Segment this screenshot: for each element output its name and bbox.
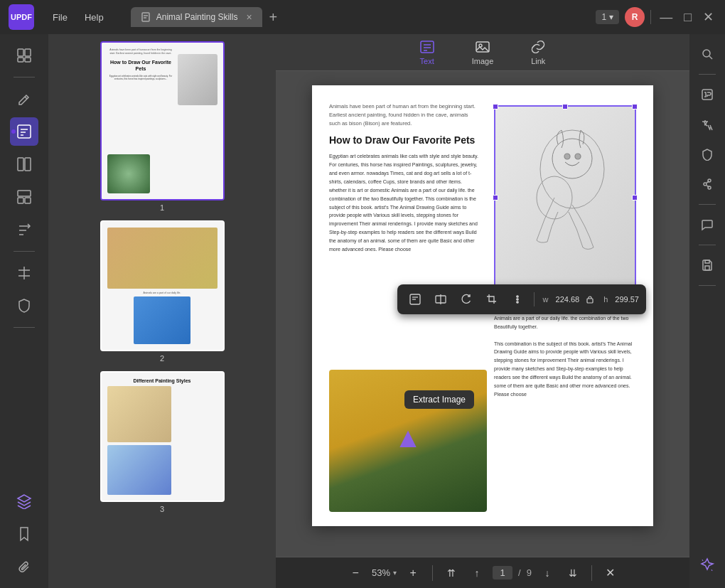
img-toolbar-rotate[interactable] bbox=[456, 289, 477, 310]
page-first-button[interactable]: ⇈ bbox=[441, 563, 461, 583]
current-page-input[interactable] bbox=[493, 566, 512, 579]
svg-rect-42 bbox=[705, 266, 709, 270]
page-prev-button[interactable]: ↑ bbox=[467, 563, 487, 583]
thumbnail-page-3[interactable]: Different Painting Styles 3 bbox=[55, 371, 269, 513]
svg-point-25 bbox=[552, 139, 592, 178]
page-next-button[interactable]: ↓ bbox=[537, 563, 557, 583]
close-window-button[interactable]: ✕ bbox=[700, 9, 716, 25]
svg-rect-36 bbox=[587, 299, 593, 303]
maximize-button[interactable]: □ bbox=[681, 10, 694, 25]
image-tool-button[interactable]: Image bbox=[465, 36, 501, 68]
pdf-page-1: Animals have been part of human art from… bbox=[312, 85, 653, 526]
right-divider-4 bbox=[699, 285, 716, 286]
menu-help[interactable]: Help bbox=[77, 9, 111, 26]
user-avatar[interactable]: R bbox=[625, 7, 645, 27]
sidebar-icon-attach[interactable] bbox=[10, 552, 38, 581]
img-toolbar-more[interactable] bbox=[507, 289, 528, 310]
tab-document[interactable]: Animal Painting Skills × bbox=[131, 7, 262, 27]
svg-rect-6 bbox=[25, 58, 31, 62]
page-separator: / bbox=[518, 567, 521, 578]
right-translate-icon[interactable] bbox=[694, 112, 720, 137]
image-container[interactable] bbox=[494, 105, 636, 290]
titlebar: UPDF File Help Animal Painting Skills × … bbox=[0, 0, 725, 34]
tab-close-button[interactable]: × bbox=[246, 11, 252, 23]
img-toolbar-align-center[interactable] bbox=[430, 289, 451, 310]
edit-toolbar: Text Image Link bbox=[276, 34, 689, 71]
sidebar-divider-3 bbox=[14, 327, 35, 328]
main-area: ◀ Animals have been part of human art fr… bbox=[0, 34, 725, 588]
svg-line-38 bbox=[709, 56, 712, 59]
page-header-text: Animals have been part of human art from… bbox=[329, 103, 476, 127]
height-label: h bbox=[601, 295, 611, 304]
thumb-page-num-1: 1 bbox=[55, 203, 269, 212]
page-indicator[interactable]: 1 ▾ bbox=[596, 10, 619, 24]
bottom-image[interactable]: ▲ bbox=[329, 370, 487, 512]
total-pages: 9 bbox=[527, 567, 532, 578]
sidebar-icon-annotate[interactable] bbox=[10, 117, 38, 146]
right-protect-icon[interactable] bbox=[694, 141, 720, 167]
thumb-content-2: Animals are a part of our daily life. bbox=[102, 222, 223, 350]
zoom-display: 53% ▾ bbox=[372, 567, 397, 578]
left-sidebar bbox=[0, 34, 48, 588]
pdf-canvas[interactable]: Animals have been part of human art from… bbox=[276, 71, 689, 557]
tab-title: Animal Painting Skills bbox=[156, 12, 238, 22]
sidebar-icon-pages[interactable] bbox=[10, 150, 38, 178]
sidebar-icon-bookmark[interactable] bbox=[10, 520, 38, 548]
zoom-out-button[interactable]: − bbox=[345, 562, 366, 584]
right-ai-icon[interactable] bbox=[694, 552, 720, 578]
zoom-dropdown-button[interactable]: ▾ bbox=[393, 569, 397, 577]
thumbnail-page-1[interactable]: ◀ Animals have been part of human art fr… bbox=[55, 41, 269, 212]
right-divider-3 bbox=[699, 245, 716, 245]
right-save-icon[interactable] bbox=[694, 252, 720, 278]
thumbnail-panel[interactable]: ◀ Animals have been part of human art fr… bbox=[48, 34, 276, 588]
bottom-toolbar: − 53% ▾ + ⇈ ↑ / 9 ↓ ⇊ ✕ bbox=[276, 557, 689, 588]
svg-rect-3 bbox=[18, 49, 23, 56]
zoom-in-button[interactable]: + bbox=[402, 562, 424, 584]
text-tool-button[interactable]: Text bbox=[412, 36, 442, 68]
titlebar-right: 1 ▾ R — □ ✕ bbox=[596, 7, 716, 27]
svg-point-34 bbox=[516, 299, 517, 300]
menu-file[interactable]: File bbox=[45, 9, 75, 26]
page-last-button[interactable]: ⇊ bbox=[563, 563, 583, 583]
svg-rect-4 bbox=[25, 49, 31, 56]
thumb-frame-1: ◀ Animals have been part of human art fr… bbox=[100, 41, 225, 201]
sidebar-icon-edit[interactable] bbox=[10, 85, 38, 113]
svg-point-35 bbox=[516, 301, 517, 303]
active-indicator bbox=[11, 129, 16, 134]
thumb-content-3: Different Painting Styles bbox=[102, 373, 223, 501]
right-divider-2 bbox=[699, 204, 716, 205]
thumbnail-page-2[interactable]: Animals are a part of our daily life. 2 bbox=[55, 220, 269, 363]
thumb-page-num-2: 2 bbox=[55, 354, 269, 363]
img-toolbar-lock[interactable] bbox=[584, 289, 596, 310]
svg-point-33 bbox=[516, 296, 517, 297]
svg-rect-14 bbox=[18, 191, 31, 196]
sidebar-icon-organize[interactable] bbox=[10, 183, 38, 211]
close-edit-button[interactable]: ✕ bbox=[601, 563, 621, 583]
tab-add-button[interactable]: + bbox=[265, 9, 282, 26]
svg-point-37 bbox=[703, 50, 710, 57]
sidebar-icon-thumbnails[interactable] bbox=[10, 41, 38, 70]
svg-rect-8 bbox=[18, 125, 31, 138]
img-toolbar-align-left[interactable] bbox=[404, 289, 426, 310]
sidebar-icon-layers[interactable] bbox=[10, 487, 38, 515]
svg-rect-43 bbox=[705, 260, 709, 263]
bottom-divider-2 bbox=[591, 565, 592, 581]
right-share-icon[interactable] bbox=[694, 171, 720, 197]
sidebar-icon-protect[interactable] bbox=[10, 292, 38, 320]
link-tool-button[interactable]: Link bbox=[523, 36, 553, 68]
img-toolbar-crop[interactable] bbox=[481, 289, 503, 310]
bottom-divider-1 bbox=[432, 565, 433, 581]
minimize-button[interactable]: — bbox=[657, 10, 675, 25]
sidebar-icon-convert[interactable] bbox=[10, 215, 38, 244]
height-value: 299.57 bbox=[615, 295, 639, 304]
link-tool-icon bbox=[530, 39, 546, 55]
right-ocr-icon[interactable] bbox=[694, 82, 720, 107]
right-divider-1 bbox=[699, 74, 716, 75]
svg-point-27 bbox=[575, 154, 581, 159]
sidebar-icon-split[interactable] bbox=[10, 259, 38, 287]
right-comment-icon[interactable] bbox=[694, 212, 720, 237]
svg-rect-16 bbox=[25, 198, 31, 203]
image-toolbar: w 224.68 h 299.57 bbox=[397, 284, 646, 314]
right-search-icon[interactable] bbox=[694, 41, 720, 67]
zoom-level: 53% bbox=[372, 567, 390, 578]
